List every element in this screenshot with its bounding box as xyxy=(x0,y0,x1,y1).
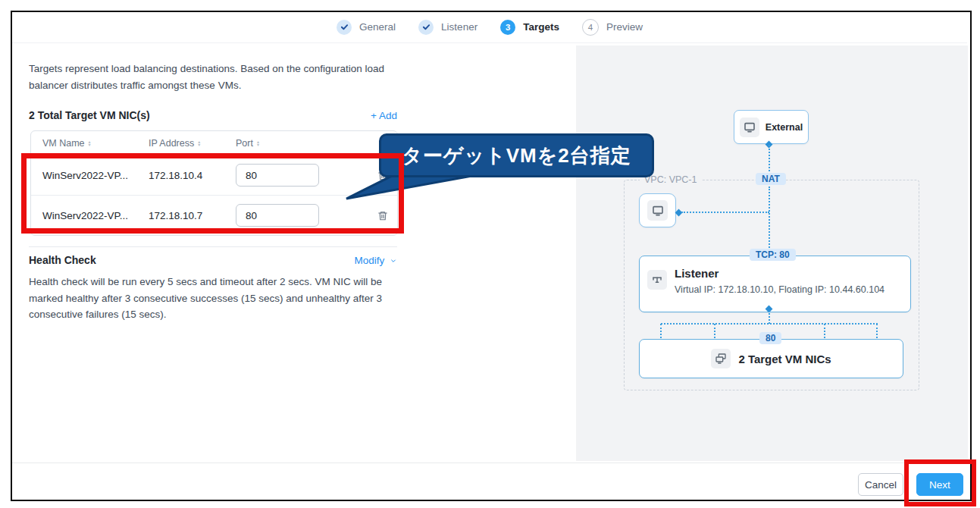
column-header-port[interactable]: Port ▴▾ xyxy=(236,138,376,149)
sort-icon: ▴▾ xyxy=(198,140,200,146)
step-label: Listener xyxy=(441,21,477,33)
connector-line xyxy=(660,324,662,338)
listener-title: Listener xyxy=(675,267,885,280)
target-vm-nics-node: 2 Target VM NICs xyxy=(639,339,903,378)
ip-address-cell: 172.18.10.4 xyxy=(149,170,236,181)
check-icon xyxy=(337,20,352,35)
chevron-down-icon xyxy=(390,258,397,264)
listener-icon xyxy=(647,270,667,290)
add-target-button[interactable]: + Add xyxy=(371,110,397,121)
sort-icon: ▴▾ xyxy=(257,140,259,146)
port-input[interactable] xyxy=(236,204,319,227)
vm-stack-icon xyxy=(711,349,731,368)
target-vm-nics-label: 2 Target VM NICs xyxy=(738,353,831,365)
vm-name-cell: WinServ2022-VP... xyxy=(42,210,149,221)
monitor-icon xyxy=(647,200,668,221)
connector-line xyxy=(769,187,770,251)
connector-line xyxy=(824,324,825,338)
port-input[interactable] xyxy=(236,164,319,187)
connector-line xyxy=(876,324,878,338)
targets-description: Targets represent load balancing destina… xyxy=(29,61,391,93)
callout-bubble: ターゲットVMを2台指定 xyxy=(379,133,654,177)
step-listener[interactable]: Listener xyxy=(418,20,477,35)
step-label: General xyxy=(359,21,396,33)
step-number: 4 xyxy=(582,19,599,36)
step-targets[interactable]: 3 Targets xyxy=(500,20,559,35)
external-node: External xyxy=(734,110,809,144)
health-check-description: Health check will be run every 5 secs an… xyxy=(29,274,397,323)
footer-divider xyxy=(12,463,967,463)
listener-node: Listener Virtual IP: 172.18.10.10, Float… xyxy=(639,256,911,312)
modify-health-check-button[interactable]: Modify xyxy=(354,255,397,266)
target-port-badge: 80 xyxy=(759,332,781,344)
connector-line xyxy=(714,324,715,338)
wizard-stepper: General Listener 3 Targets 4 Preview xyxy=(12,11,967,43)
listener-details: Virtual IP: 172.18.10.10, Floating IP: 1… xyxy=(675,284,885,295)
trash-icon xyxy=(377,210,388,221)
table-header-row: VM Name ▴▾ IP Address ▴▾ Port ▴▾ xyxy=(31,131,397,155)
health-check-title: Health Check xyxy=(29,254,96,266)
cancel-button[interactable]: Cancel xyxy=(858,473,903,496)
next-button[interactable]: Next xyxy=(916,473,963,496)
callout-text: ターゲットVMを2台指定 xyxy=(402,143,631,169)
connector-line xyxy=(681,212,769,213)
column-header-vm-name[interactable]: VM Name ▴▾ xyxy=(42,138,149,149)
section-divider xyxy=(29,246,397,247)
delete-target-button[interactable] xyxy=(376,209,390,223)
load-balancer-wizard: General Listener 3 Targets 4 Preview Tar… xyxy=(0,0,980,508)
step-label: Preview xyxy=(606,21,643,33)
monitor-icon xyxy=(740,118,759,137)
step-preview[interactable]: 4 Preview xyxy=(582,19,643,36)
step-label: Targets xyxy=(523,21,559,33)
check-icon xyxy=(418,20,434,35)
subnet-node xyxy=(639,193,676,227)
connector-line xyxy=(769,145,770,174)
connector-line xyxy=(661,323,878,325)
step-general[interactable]: General xyxy=(337,20,396,35)
sort-icon: ▴▾ xyxy=(89,140,91,146)
vm-name-cell: WinServ2022-VP... xyxy=(42,170,149,181)
column-header-ip-address[interactable]: IP Address ▴▾ xyxy=(149,138,236,149)
connector-line xyxy=(769,311,770,324)
target-count-title: 2 Total Target VM NIC(s) xyxy=(29,109,150,121)
step-number: 3 xyxy=(500,20,515,35)
tcp-port-badge: TCP: 80 xyxy=(750,249,796,261)
ip-address-cell: 172.18.10.7 xyxy=(149,210,236,221)
nat-badge: NAT xyxy=(756,173,786,185)
external-label: External xyxy=(766,122,803,133)
